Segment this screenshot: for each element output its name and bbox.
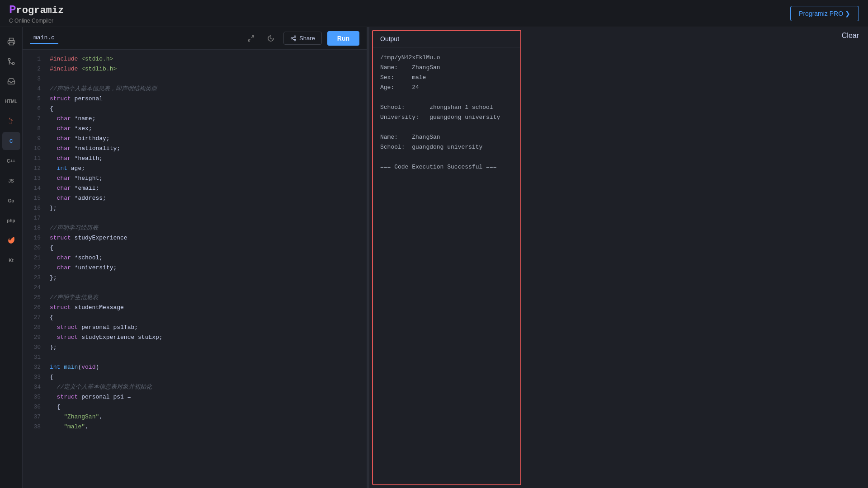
sidebar-icon-go[interactable]: Go bbox=[2, 192, 20, 210]
go-label: Go bbox=[8, 198, 14, 203]
sidebar-icon-java[interactable] bbox=[2, 112, 20, 130]
logo: Programiz C Online Compiler bbox=[9, 3, 64, 24]
sidebar-icon-kotlin[interactable]: Kt bbox=[2, 251, 20, 269]
share-label: Share bbox=[299, 35, 315, 42]
sidebar-icon-swift[interactable] bbox=[2, 231, 20, 249]
logo-subtitle: C Online Compiler bbox=[9, 18, 64, 24]
svg-line-5 bbox=[248, 39, 250, 41]
top-header: Programiz C Online Compiler Programiz PR… bbox=[0, 0, 868, 27]
c-label: C bbox=[9, 139, 13, 144]
sidebar: HTML C C++ JS Go php Kt bbox=[0, 27, 23, 488]
output-title: Output bbox=[380, 35, 399, 42]
svg-point-7 bbox=[291, 38, 293, 39]
line-numbers: 12345 678910 1112131415 1617181920 21222… bbox=[23, 54, 45, 483]
editor-container: main.c Share Run 12345 678910 1112131415… bbox=[23, 27, 367, 488]
clear-button[interactable]: Clear bbox=[842, 32, 859, 40]
output-header: Output bbox=[373, 31, 520, 47]
logo-rest: rogramiz bbox=[16, 5, 64, 16]
sidebar-icon-html[interactable]: HTML bbox=[2, 92, 20, 110]
main-tab[interactable]: main.c bbox=[30, 33, 58, 44]
kt-label: Kt bbox=[9, 258, 14, 263]
logo-p: P bbox=[9, 3, 16, 17]
svg-point-6 bbox=[294, 36, 296, 38]
output-content: /tmp/yN42xEklMu.o Name: ZhangSan Sex: ma… bbox=[373, 47, 520, 484]
run-button[interactable]: Run bbox=[327, 31, 359, 46]
share-icon bbox=[290, 35, 297, 42]
svg-line-4 bbox=[251, 36, 254, 38]
svg-line-10 bbox=[292, 37, 294, 38]
code-content[interactable]: #include <stdio.h> #include <stdlib.h> /… bbox=[45, 54, 367, 483]
code-editor[interactable]: 12345 678910 1112131415 1617181920 21222… bbox=[23, 50, 367, 488]
js-label: JS bbox=[8, 178, 14, 183]
main-layout: HTML C C++ JS Go php Kt main.c bbox=[0, 27, 868, 488]
editor-toolbar: main.c Share Run bbox=[23, 27, 367, 50]
sidebar-icon-cpp[interactable]: C++ bbox=[2, 152, 20, 170]
right-spacer: Clear bbox=[524, 27, 868, 488]
expand-icon[interactable] bbox=[244, 31, 258, 46]
pro-button[interactable]: Programiz PRO ❯ bbox=[790, 6, 859, 21]
svg-rect-1 bbox=[9, 42, 13, 45]
sidebar-icon-c[interactable]: C bbox=[2, 132, 20, 150]
sidebar-icon-js[interactable]: JS bbox=[2, 172, 20, 190]
php-label: php bbox=[7, 218, 15, 223]
moon-icon[interactable] bbox=[264, 31, 278, 46]
sidebar-icon-print[interactable] bbox=[2, 33, 20, 51]
svg-point-8 bbox=[294, 39, 296, 41]
vertical-divider[interactable] bbox=[367, 27, 369, 488]
html-label: HTML bbox=[5, 99, 18, 104]
sidebar-icon-php[interactable]: php bbox=[2, 211, 20, 230]
sidebar-icon-stack[interactable] bbox=[2, 72, 20, 90]
svg-point-2 bbox=[12, 62, 14, 65]
svg-line-9 bbox=[292, 38, 294, 39]
sidebar-icon-git[interactable] bbox=[2, 52, 20, 70]
cpp-label: C++ bbox=[7, 159, 15, 164]
svg-point-3 bbox=[8, 58, 10, 61]
logo-area: Programiz C Online Compiler bbox=[9, 3, 64, 24]
output-panel: Output /tmp/yN42xEklMu.o Name: ZhangSan … bbox=[372, 30, 521, 485]
share-button[interactable]: Share bbox=[283, 32, 322, 45]
